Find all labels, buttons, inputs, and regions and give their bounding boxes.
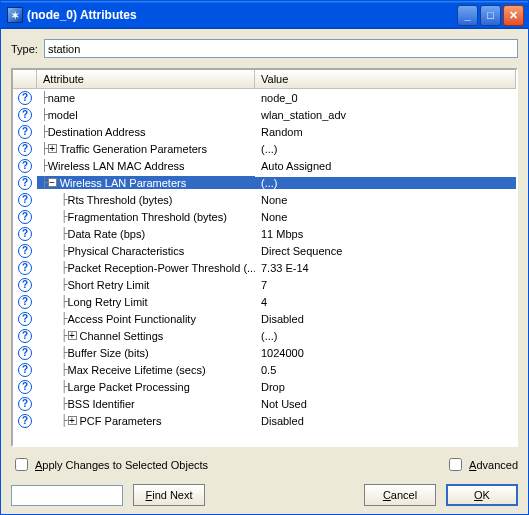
help-icon[interactable]: ? [13,91,37,105]
table-row[interactable]: ?├ Wireless LAN MAC AddressAuto Assigned [13,157,516,174]
table-row[interactable]: ? ├ Data Rate (bps)11 Mbps [13,225,516,242]
table-row[interactable]: ? ├ Short Retry Limit7 [13,276,516,293]
attr-cell[interactable]: ├ name [37,91,255,104]
titlebar[interactable]: ✶ (node_0) Attributes _ □ ✕ [1,1,528,29]
help-icon[interactable]: ? [13,125,37,139]
table-row[interactable]: ?├ −Wireless LAN Parameters(...) [13,174,516,191]
attr-cell[interactable]: ├ Max Receive Lifetime (secs) [37,363,255,376]
help-icon[interactable]: ? [13,312,37,326]
type-input[interactable] [44,39,518,58]
help-icon[interactable]: ? [13,295,37,309]
help-icon[interactable]: ? [13,244,37,258]
value-cell[interactable]: Auto Assigned [255,160,516,172]
attr-cell[interactable]: ├ +Channel Settings [37,329,255,342]
expand-icon[interactable]: + [68,416,77,425]
value-cell[interactable]: wlan_station_adv [255,109,516,121]
table-row[interactable]: ?├ +Traffic Generation Parameters(...) [13,140,516,157]
attr-cell[interactable]: ├ Packet Reception-Power Threshold (... [37,261,255,274]
attr-cell[interactable]: ├ BSS Identifier [37,397,255,410]
expand-icon[interactable]: + [48,144,57,153]
table-row[interactable]: ?├ Destination AddressRandom [13,123,516,140]
attr-cell[interactable]: ├ Access Point Functionality [37,312,255,325]
attr-cell[interactable]: ├ Fragmentation Threshold (bytes) [37,210,255,223]
value-cell[interactable]: Not Used [255,398,516,410]
table-row[interactable]: ? ├ Buffer Size (bits)1024000 [13,344,516,361]
value-cell[interactable]: 1024000 [255,347,516,359]
table-row[interactable]: ?├ namenode_0 [13,89,516,106]
help-icon[interactable]: ? [13,176,37,190]
help-icon[interactable]: ? [13,329,37,343]
help-icon[interactable]: ? [13,142,37,156]
table-row[interactable]: ? ├ Fragmentation Threshold (bytes)None [13,208,516,225]
maximize-button[interactable]: □ [480,5,501,26]
attr-cell[interactable]: ├ Data Rate (bps) [37,227,255,240]
help-icon[interactable]: ? [13,380,37,394]
table-row[interactable]: ? ├ BSS IdentifierNot Used [13,395,516,412]
value-cell[interactable]: 4 [255,296,516,308]
grid-body[interactable]: ?├ namenode_0?├ modelwlan_station_adv?├ … [13,89,516,445]
table-row[interactable]: ? ├ Long Retry Limit4 [13,293,516,310]
minimize-button[interactable]: _ [457,5,478,26]
value-cell[interactable]: 11 Mbps [255,228,516,240]
help-icon[interactable]: ? [13,397,37,411]
attr-cell[interactable]: ├ Rts Threshold (bytes) [37,193,255,206]
table-row[interactable]: ? ├ Max Receive Lifetime (secs)0.5 [13,361,516,378]
find-next-button[interactable]: Find Next [133,484,205,506]
value-cell[interactable]: 7 [255,279,516,291]
help-icon[interactable]: ? [13,261,37,275]
close-button[interactable]: ✕ [503,5,524,26]
value-cell[interactable]: Random [255,126,516,138]
attr-cell[interactable]: ├ Short Retry Limit [37,278,255,291]
help-icon[interactable]: ? [13,346,37,360]
value-cell[interactable]: Direct Sequence [255,245,516,257]
help-icon[interactable]: ? [13,108,37,122]
help-icon[interactable]: ? [13,227,37,241]
attr-cell[interactable]: ├ Long Retry Limit [37,295,255,308]
ok-button[interactable]: OK [446,484,518,506]
help-icon[interactable]: ? [13,210,37,224]
table-row[interactable]: ? ├ Large Packet ProcessingDrop [13,378,516,395]
value-cell[interactable]: Disabled [255,313,516,325]
collapse-icon[interactable]: − [48,178,57,187]
help-icon[interactable]: ? [13,159,37,173]
header-icon-col[interactable] [13,70,37,88]
table-row[interactable]: ? ├ +PCF ParametersDisabled [13,412,516,429]
header-attribute[interactable]: Attribute [37,70,255,88]
value-cell[interactable]: None [255,194,516,206]
value-cell[interactable]: None [255,211,516,223]
advanced-input[interactable] [449,458,462,471]
attr-cell[interactable]: ├ Destination Address [37,125,255,138]
value-cell[interactable]: (...) [255,143,516,155]
attr-cell[interactable]: ├ model [37,108,255,121]
advanced-checkbox[interactable]: Advanced [445,455,518,474]
table-row[interactable]: ?├ modelwlan_station_adv [13,106,516,123]
value-cell[interactable]: 7.33 E-14 [255,262,516,274]
attr-cell[interactable]: ├ Wireless LAN MAC Address [37,159,255,172]
value-cell[interactable]: Drop [255,381,516,393]
value-cell[interactable]: Disabled [255,415,516,427]
value-cell[interactable]: 0.5 [255,364,516,376]
attr-cell[interactable]: ├ Large Packet Processing [37,380,255,393]
attr-cell[interactable]: ├ +PCF Parameters [37,414,255,427]
table-row[interactable]: ? ├ Access Point FunctionalityDisabled [13,310,516,327]
apply-changes-input[interactable] [15,458,28,471]
table-row[interactable]: ? ├ Packet Reception-Power Threshold (..… [13,259,516,276]
value-cell[interactable]: node_0 [255,92,516,104]
help-icon[interactable]: ? [13,278,37,292]
apply-changes-checkbox[interactable]: Apply Changes to Selected Objects [11,455,208,474]
cancel-button[interactable]: Cancel [364,484,436,506]
help-icon[interactable]: ? [13,414,37,428]
table-row[interactable]: ? ├ Rts Threshold (bytes)None [13,191,516,208]
header-value[interactable]: Value [255,70,516,88]
table-row[interactable]: ? ├ Physical CharacteristicsDirect Seque… [13,242,516,259]
attr-cell[interactable]: ├ −Wireless LAN Parameters [37,176,255,189]
help-icon[interactable]: ? [13,193,37,207]
find-input[interactable] [11,485,123,506]
help-icon[interactable]: ? [13,363,37,377]
table-row[interactable]: ? ├ +Channel Settings(...) [13,327,516,344]
attr-cell[interactable]: ├ Physical Characteristics [37,244,255,257]
value-cell[interactable]: (...) [255,330,516,342]
attr-cell[interactable]: ├ +Traffic Generation Parameters [37,142,255,155]
value-cell[interactable]: (...) [255,177,516,189]
expand-icon[interactable]: + [68,331,77,340]
